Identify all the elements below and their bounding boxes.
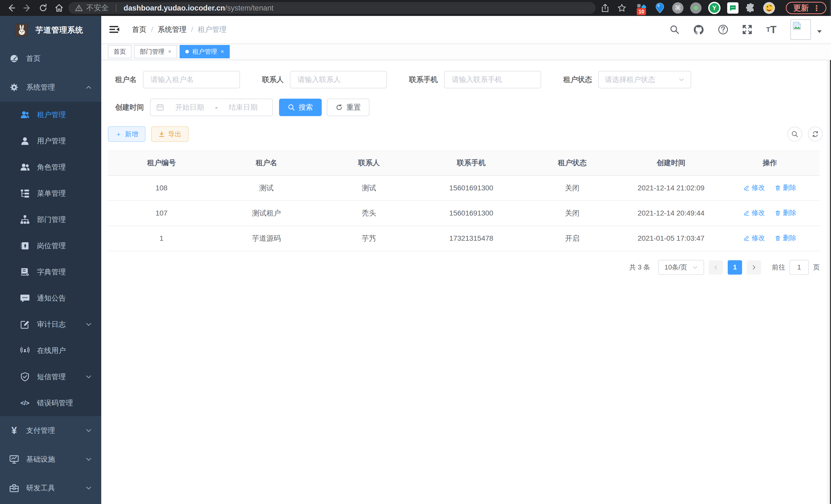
- sidebar-item-post[interactable]: 岗位管理: [0, 233, 101, 259]
- broadcast-user-icon: [20, 346, 30, 356]
- delete-link[interactable]: 删除: [775, 208, 796, 217]
- edit-link[interactable]: 修改: [743, 234, 765, 242]
- refresh-table-button[interactable]: [808, 127, 823, 142]
- extension-pin-icon[interactable]: [654, 2, 665, 13]
- date-range-picker[interactable]: 开始日期 - 结束日期: [150, 99, 273, 116]
- current-page-button[interactable]: 1: [728, 260, 742, 275]
- sidebar-item-online-users[interactable]: 在线用户: [0, 337, 101, 364]
- search-icon: [791, 130, 798, 138]
- monitor-chart-icon: [9, 454, 19, 464]
- edit-link[interactable]: 修改: [743, 208, 765, 217]
- start-date-placeholder[interactable]: 开始日期: [166, 102, 213, 112]
- sidebar-item-dev-tools[interactable]: 研发工具: [0, 474, 101, 502]
- window-edge: [830, 0, 831, 504]
- tab-tenant[interactable]: 租户管理 ×: [180, 45, 230, 58]
- breadcrumb-system[interactable]: 系统管理: [158, 25, 187, 34]
- close-icon[interactable]: ×: [221, 48, 224, 55]
- next-page-button[interactable]: [747, 260, 761, 275]
- prev-page-button[interactable]: [709, 260, 723, 275]
- page-size-select[interactable]: 10条/页: [658, 260, 704, 275]
- col-created: 创建时间: [622, 151, 720, 175]
- extension-emoji-icon[interactable]: [763, 2, 775, 14]
- extension-puzzle-icon[interactable]: [745, 2, 756, 13]
- extension-command-icon[interactable]: ⌘: [672, 2, 684, 13]
- tab-dept[interactable]: 部门管理 ×: [134, 45, 177, 58]
- status-select[interactable]: 请选择租户状态: [598, 71, 691, 88]
- dashboard-icon: [9, 54, 19, 63]
- sidebar-item-user[interactable]: 用户管理: [0, 128, 101, 154]
- gear-icon: [9, 83, 19, 92]
- help-icon[interactable]: [718, 24, 728, 35]
- sidebar-toggle-icon[interactable]: [109, 24, 120, 35]
- col-tenant-id: 租户编号: [108, 151, 215, 175]
- breadcrumb-home[interactable]: 首页: [132, 25, 146, 34]
- browser-update-button[interactable]: 更新 ⋮: [786, 2, 826, 14]
- col-mobile: 联系手机: [420, 151, 522, 175]
- sidebar-item-audit-log[interactable]: 审计日志: [0, 312, 101, 337]
- sidebar-item-dept[interactable]: 部门管理: [0, 207, 101, 233]
- sidebar-item-system[interactable]: 系统管理: [0, 73, 101, 102]
- header-search-icon[interactable]: [670, 25, 679, 34]
- contact-input[interactable]: [290, 71, 387, 88]
- avatar[interactable]: [791, 19, 811, 40]
- reset-button[interactable]: 重置: [327, 99, 370, 116]
- app-title: 芋道管理系统: [35, 25, 83, 35]
- chevron-down-icon: [678, 77, 685, 83]
- user-menu[interactable]: [791, 19, 822, 40]
- sidebar-item-role[interactable]: 角色管理: [0, 154, 101, 180]
- browser-forward-button[interactable]: [21, 2, 34, 13]
- share-icon[interactable]: [601, 4, 609, 12]
- sidebar-item-home[interactable]: 首页: [0, 44, 101, 73]
- add-button[interactable]: ＋ 新增: [108, 126, 145, 142]
- status-text: 开启: [522, 226, 622, 251]
- address-bar[interactable]: 不安全 dashboard.yudao.iocoder.cn/system/te…: [68, 2, 596, 14]
- browser-back-button[interactable]: [5, 2, 18, 13]
- edit-link[interactable]: 修改: [743, 183, 765, 192]
- goto-page-input[interactable]: [790, 260, 809, 275]
- bookmark-star-icon[interactable]: [617, 3, 627, 12]
- filter-mobile: 联系手机: [402, 71, 541, 88]
- sidebar-item-error-code[interactable]: </> 错误码管理: [0, 390, 101, 416]
- delete-link[interactable]: 删除: [775, 234, 796, 242]
- github-icon[interactable]: [693, 24, 704, 35]
- sidebar-item-menu[interactable]: 菜单管理: [0, 180, 101, 207]
- comment-dots-icon: [20, 293, 30, 303]
- sidebar-item-tenant[interactable]: 租户管理: [0, 102, 101, 128]
- tenant-name-input[interactable]: [143, 71, 240, 88]
- mobile-input[interactable]: [444, 71, 541, 88]
- sidebar-logo[interactable]: 芋道管理系统: [0, 16, 101, 44]
- browser-menu-icon[interactable]: ⋮: [813, 4, 821, 12]
- extension-chat-icon[interactable]: [727, 2, 739, 13]
- fullscreen-icon[interactable]: [742, 24, 752, 35]
- show-search-toggle-button[interactable]: [787, 127, 802, 142]
- url-text: dashboard.yudao.iocoder.cn/system/tenant: [123, 4, 274, 12]
- sidebar-item-pay[interactable]: ¥ 支付管理: [0, 416, 101, 445]
- main-area: 首页 / 系统管理 / 租户管理 TT: [101, 16, 831, 504]
- font-size-icon[interactable]: TT: [766, 24, 776, 35]
- sidebar-item-notice[interactable]: 通知公告: [0, 285, 101, 312]
- export-button[interactable]: 导出: [151, 126, 189, 142]
- extension-blocks-icon[interactable]: 10: [636, 2, 648, 13]
- tab-home[interactable]: 首页: [108, 45, 132, 58]
- edit-icon: [743, 235, 749, 241]
- sidebar-item-label: 角色管理: [37, 162, 66, 172]
- sidebar-item-infra[interactable]: 基础设施: [0, 445, 101, 474]
- sidebar-item-label: 用户管理: [37, 136, 66, 146]
- browser-home-button[interactable]: [52, 2, 66, 13]
- sidebar-item-label: 错误码管理: [37, 398, 73, 408]
- end-date-placeholder[interactable]: 结束日期: [220, 102, 267, 112]
- sidebar-item-dict[interactable]: 字典管理: [0, 259, 101, 285]
- sidebar-item-sms[interactable]: 短信管理: [0, 364, 101, 390]
- caret-down-icon: [816, 30, 822, 35]
- filter-contact: 联系人: [255, 71, 387, 88]
- page-scrollbar[interactable]: [826, 16, 830, 504]
- delete-link[interactable]: 删除: [775, 183, 796, 192]
- extension-recorder-icon[interactable]: [690, 2, 701, 13]
- sidebar-item-label: 基础设施: [26, 454, 55, 464]
- browser-reload-button[interactable]: [36, 2, 50, 13]
- security-warning-icon[interactable]: [75, 4, 83, 12]
- extension-yudao-icon[interactable]: Y: [708, 2, 720, 14]
- close-icon[interactable]: ×: [168, 48, 171, 55]
- chevron-up-icon: [85, 84, 92, 91]
- search-button[interactable]: 搜索: [279, 99, 322, 116]
